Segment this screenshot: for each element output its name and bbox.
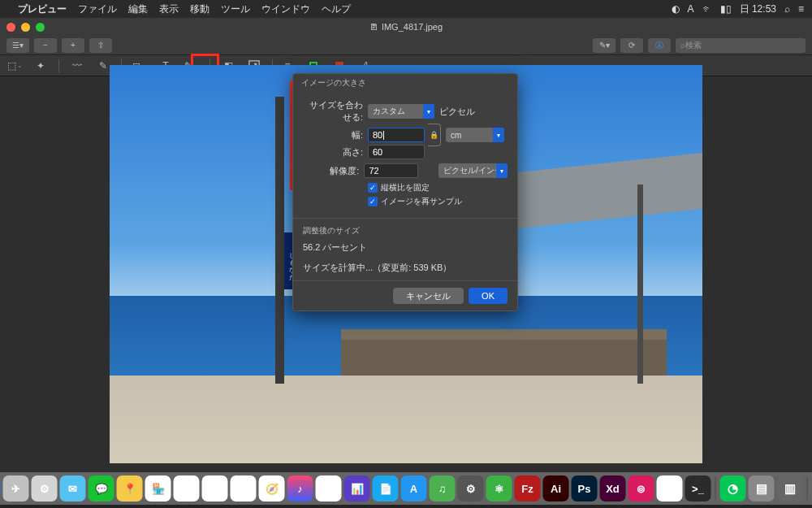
dock-app-5[interactable]: 📍 (117, 475, 143, 501)
dock-app-2[interactable]: ⚙ (32, 475, 58, 501)
dock-app-10[interactable]: 🧭 (259, 475, 285, 501)
unit-select[interactable]: cm▾ (446, 128, 504, 142)
resize-dialog: イメージの大きさ サイズを合わせる: カスタム▾ ピクセル 幅: 80 🔒 cm… (292, 73, 518, 311)
selection-tool[interactable]: ⬚ (6, 58, 23, 74)
dock-app-7[interactable]: 22 (174, 475, 200, 501)
window-titlebar: 🖹 IMG_4817.jpeg (0, 18, 812, 36)
dock-app-0[interactable]: ☺ (0, 475, 1, 501)
menubar-right: ◐ A ᯤ ▮▯ 日 12:53 ⌕ ≡ (672, 2, 804, 16)
fit-label: サイズを合わせる: (303, 99, 363, 124)
wifi-icon[interactable]: ᯤ (702, 3, 712, 15)
width-label: 幅: (303, 129, 363, 141)
dock-app-9[interactable]: ✎ (231, 475, 257, 501)
dock-app-24[interactable]: ◉ (657, 475, 683, 501)
ok-button[interactable]: OK (469, 288, 508, 304)
dock-app-17[interactable]: ⚙ (458, 475, 484, 501)
dock-app-23[interactable]: ⊚ (628, 475, 654, 501)
dock-app-14[interactable]: 📄 (373, 475, 399, 501)
dock-app-4[interactable]: 💬 (89, 475, 114, 501)
dock-app-6[interactable]: 🏪 (145, 475, 171, 501)
result-calc: サイズを計算中...（変更前: 539 KB） (303, 262, 508, 274)
dock-app-16[interactable]: ♫ (430, 475, 456, 501)
traffic-lights (6, 23, 45, 32)
width-input[interactable]: 80 (368, 128, 425, 142)
dock-app-1[interactable]: ✈ (3, 475, 29, 501)
dialog-title: イメージの大きさ (293, 74, 517, 90)
lock-icon[interactable]: 🔒 (428, 124, 441, 146)
close-button[interactable] (6, 23, 15, 32)
fit-select[interactable]: カスタム▾ (368, 104, 434, 119)
dock-app-3[interactable]: ✉ (60, 475, 86, 501)
input-icon[interactable]: A (688, 3, 694, 15)
rotate-button[interactable]: ⟳ (620, 38, 643, 53)
file-icon: 🖹 (369, 22, 378, 32)
dock-recent-1[interactable]: ▤ (749, 475, 775, 501)
menu-tools[interactable]: ツール (221, 2, 250, 16)
search-input[interactable]: ⌕ 検索 (676, 38, 806, 53)
menu-go[interactable]: 移動 (190, 2, 209, 16)
menu-file[interactable]: ファイル (78, 2, 117, 16)
dock-app-20[interactable]: Ai (543, 475, 569, 501)
markup-button[interactable]: Ⓐ (648, 38, 671, 53)
clock[interactable]: 日 12:53 (740, 2, 776, 16)
highlight-button[interactable]: ✎▾ (593, 38, 615, 53)
dock-app-13[interactable]: 📊 (344, 475, 370, 501)
dock: ☺✈⚙✉💬📍🏪22···✎🧭♪▮📊📄A♫⚙⚛FzAiPsXd⊚◉>_ ◔▤▥ 🗑 (0, 472, 812, 505)
zoom-out[interactable]: − (34, 38, 57, 53)
dock-app-12[interactable]: ▮ (316, 475, 342, 501)
control-center-icon[interactable]: ≡ (798, 3, 804, 15)
menu-edit[interactable]: 編集 (128, 2, 148, 16)
dock-app-22[interactable]: Xd (600, 475, 626, 501)
menubar: プレビュー ファイル 編集 表示 移動 ツール ウインドウ ヘルプ ◐ A ᯤ … (0, 0, 812, 18)
maximize-button[interactable] (36, 23, 45, 32)
resolution-label: 解像度: (303, 165, 359, 177)
dock-app-8[interactable]: ··· (202, 475, 228, 501)
dock-app-19[interactable]: Fz (515, 475, 541, 501)
dock-app-21[interactable]: Ps (572, 475, 598, 501)
lock-aspect-checkbox[interactable]: ✓縦横比を固定 (368, 182, 430, 193)
menu-help[interactable]: ヘルプ (322, 2, 351, 16)
window-title: IMG_4817.jpeg (382, 22, 443, 32)
dock-app-15[interactable]: A (401, 475, 427, 501)
status-icon[interactable]: ◐ (672, 3, 680, 15)
height-label: 高さ: (303, 146, 363, 158)
dock-recent-2[interactable]: ▥ (777, 475, 803, 501)
instant-alpha-tool[interactable]: ✦ (32, 58, 49, 74)
sidebar-toggle[interactable]: ☰▾ (6, 38, 29, 53)
zoom-in[interactable]: + (62, 38, 84, 53)
result-title: 調整後のサイズ (303, 225, 508, 237)
app-name[interactable]: プレビュー (18, 2, 67, 16)
resample-checkbox[interactable]: ✓イメージを再サンプル (368, 196, 462, 207)
menu-window[interactable]: ウインドウ (261, 2, 310, 16)
draw-tool[interactable]: ✎ (95, 58, 111, 74)
dock-app-11[interactable]: ♪ (287, 475, 313, 501)
result-percent: 56.2 パーセント (303, 241, 508, 254)
toolbar-main: ☰▾ − + ⇧ ✎▾ ⟳ Ⓐ ⌕ 検索 (0, 36, 812, 55)
sketch-tool[interactable]: 〰 (69, 58, 85, 74)
minimize-button[interactable] (21, 23, 30, 32)
dock-app-25[interactable]: >_ (685, 475, 711, 501)
dock-app-18[interactable]: ⚛ (486, 475, 512, 501)
share-button[interactable]: ⇧ (89, 38, 112, 53)
spotlight-icon[interactable]: ⌕ (784, 3, 790, 15)
fit-unit: ピクセル (439, 106, 475, 118)
height-input[interactable]: 60 (368, 145, 425, 159)
menu-view[interactable]: 表示 (159, 2, 179, 16)
resolution-unit-select[interactable]: ピクセル/インチ▾ (438, 163, 508, 178)
battery-icon[interactable]: ▮▯ (720, 3, 732, 15)
cancel-button[interactable]: キャンセル (393, 288, 464, 304)
resolution-input[interactable]: 72 (364, 163, 417, 178)
dock-recent-0[interactable]: ◔ (720, 475, 746, 501)
